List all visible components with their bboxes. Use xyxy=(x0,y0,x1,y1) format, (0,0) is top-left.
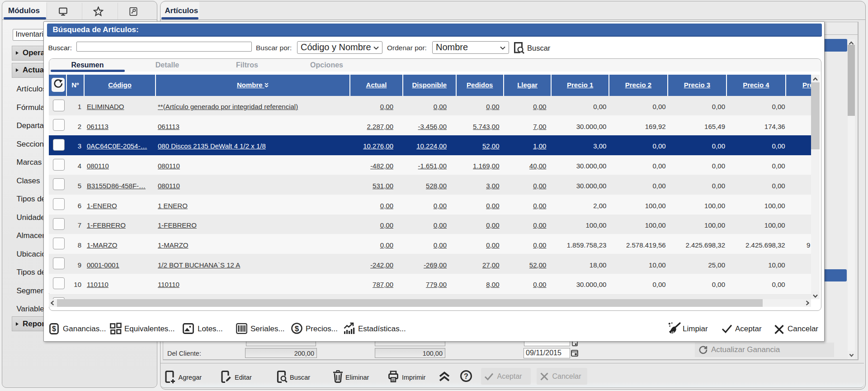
svg-text:$: $ xyxy=(52,325,56,333)
svg-text:$: $ xyxy=(295,324,299,333)
